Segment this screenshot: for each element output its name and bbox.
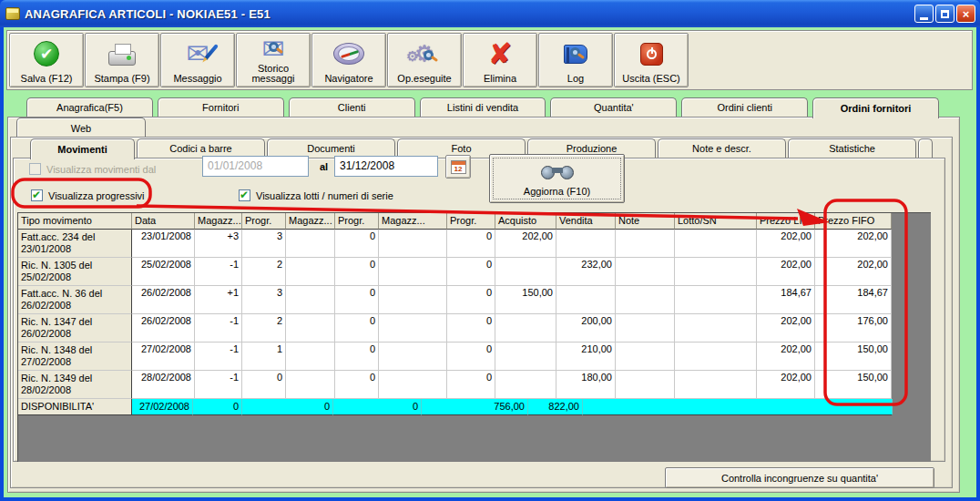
table-cell: -1: [195, 371, 242, 399]
column-header-magazz[interactable]: Magazz...: [286, 213, 335, 230]
operations-gear-icon: ⚙⚙: [388, 34, 461, 74]
table-cell: 0: [447, 286, 495, 314]
tab-ordini-fornitori[interactable]: Ordini fornitori: [812, 97, 939, 118]
tab-quantita[interactable]: Quantita': [550, 97, 677, 117]
calendar-button[interactable]: 12: [445, 155, 471, 179]
table-cell: 150,00: [495, 286, 556, 314]
tab-movimenti[interactable]: Movimenti: [30, 138, 135, 159]
toolbar-button-operations-gear[interactable]: ⚙⚙Op.eseguite: [387, 33, 462, 87]
tab-documenti[interactable]: Documenti: [267, 138, 395, 158]
show-movements-checkbox: [29, 163, 41, 175]
show-movements-label: Visualizza movimenti dal: [46, 164, 156, 175]
show-lots-checkbox[interactable]: [239, 189, 250, 201]
show-progressives-checkbox[interactable]: [31, 189, 43, 201]
refresh-button[interactable]: Aggiorna (F10): [489, 154, 625, 203]
column-header-vendita[interactable]: Vendita: [556, 213, 616, 230]
table-cell: [286, 258, 335, 286]
table-cell: 3: [242, 230, 286, 258]
toolbar-button-navigator-compass[interactable]: Navigatore: [311, 33, 386, 87]
column-header-prezzo-fifo[interactable]: Prezzo FIFO: [815, 213, 892, 230]
movement-type-cell: Fatt.acc. N. 36 del 26/02/2008: [18, 286, 132, 314]
toolbar-button-printer[interactable]: Stampa (F9): [85, 33, 159, 87]
table-cell: 202,00: [757, 230, 815, 258]
table-cell: 25/02/2008: [132, 258, 195, 286]
availability-cell: 0: [333, 399, 422, 415]
table-cell: [286, 314, 335, 343]
toolbar-button-save-check[interactable]: ✔Salva (F12): [9, 33, 84, 87]
toolbar-button-log-book[interactable]: Log: [538, 33, 613, 87]
table-cell: 23/01/2008: [132, 230, 195, 258]
tab-codici-a-barre[interactable]: Codici a barre: [137, 138, 265, 158]
movement-row[interactable]: Ric. N. 1349 del 28/02/200828/02/2008-10…: [18, 371, 893, 399]
availability-cell: 0: [242, 399, 333, 415]
movement-row[interactable]: Fatt.acc. N. 36 del 26/02/200826/02/2008…: [18, 286, 893, 314]
movement-type-cell: Ric. N. 1348 del 27/02/2008: [18, 343, 132, 371]
maximize-button[interactable]: [935, 5, 954, 23]
table-cell: [379, 230, 447, 258]
availability-cell: 27/02/2008: [132, 399, 193, 415]
tab-anagrafica-f5[interactable]: Anagrafica(F5): [26, 97, 153, 117]
tab-listini-di-vendita[interactable]: Listini di vendita: [420, 97, 546, 117]
date-to-field[interactable]: 31/12/2008: [334, 156, 438, 177]
table-cell: +3: [195, 230, 242, 258]
column-header-progr[interactable]: Progr.: [335, 213, 379, 230]
table-cell: [675, 371, 757, 399]
tab-web[interactable]: Web: [16, 118, 146, 138]
tab-row-sections: Anagrafica(F5)FornitoriClientiListini di…: [26, 97, 939, 117]
toolbar-button-message-history[interactable]: ✉Storico messaggi: [236, 33, 311, 87]
tab-note-e-descr[interactable]: Note e descr.: [658, 138, 786, 158]
movement-row[interactable]: Fatt.acc. 234 del 23/01/200823/01/2008+3…: [18, 230, 893, 258]
column-header-lotto-sn[interactable]: Lotto/SN: [675, 213, 757, 230]
toolbar-button-delete-x[interactable]: ✘Elimina: [463, 33, 537, 87]
column-header-note[interactable]: Note: [616, 213, 675, 230]
table-cell: [675, 258, 757, 286]
table-header-row: Tipo movimentoDataMagazz...Progr.Magazz.…: [18, 213, 893, 230]
movement-type-cell: Fatt.acc. 234 del 23/01/2008: [18, 230, 132, 258]
table-cell: 0: [335, 230, 379, 258]
table-cell: [616, 258, 675, 286]
table-cell: 2: [242, 314, 286, 343]
toolbar-button-label: Navigatore: [324, 74, 373, 87]
table-cell: 176,00: [815, 314, 892, 343]
tab-clienti[interactable]: Clienti: [289, 97, 415, 117]
navigator-compass-icon: [312, 34, 385, 74]
title-bar[interactable]: ANAGRAFICA ARTICOLI - NOKIAE51 - E51 ×: [0, 0, 980, 27]
table-cell: 150,00: [815, 371, 892, 399]
close-button[interactable]: ×: [956, 5, 975, 23]
column-header-progr[interactable]: Progr.: [447, 213, 495, 230]
table-cell: [379, 258, 447, 286]
column-header-prezzo-lifo[interactable]: Prezzo LIFO: [757, 213, 815, 230]
column-header-magazz[interactable]: Magazz...: [195, 213, 242, 230]
window-title: ANAGRAFICA ARTICOLI - NOKIAE51 - E51: [25, 7, 271, 21]
toolbar-button-exit-power[interactable]: Uscita (ESC): [614, 33, 689, 87]
toolbar-button-message-envelope[interactable]: ✉Messaggio: [160, 33, 235, 87]
table-cell: 2: [242, 258, 286, 286]
table-cell: 202,00: [815, 230, 892, 258]
column-header-progr[interactable]: Progr.: [242, 213, 286, 230]
column-header-data[interactable]: Data: [132, 213, 195, 230]
table-cell: 0: [335, 314, 379, 343]
tab-statistiche[interactable]: Statistiche: [788, 138, 916, 158]
table-cell: 202,00: [495, 230, 556, 258]
show-lots-label: Visualizza lotti / numeri di serie: [256, 190, 393, 201]
availability-row: DISPONIBILITA'27/02/2008000756,00822,00: [18, 399, 893, 415]
minimize-button[interactable]: [914, 5, 934, 23]
date-from-field: 01/01/2008: [202, 156, 309, 177]
availability-label: DISPONIBILITA': [18, 399, 132, 415]
column-header-tipo-movimento[interactable]: Tipo movimento: [18, 213, 132, 230]
toolbar-button-label: Salva (F12): [21, 74, 73, 87]
table-cell: [286, 230, 335, 258]
table-cell: -1: [195, 258, 242, 286]
check-inconsistencies-button[interactable]: Controlla incongruenze su quantita': [665, 467, 934, 488]
column-header-magazz[interactable]: Magazz...: [379, 213, 447, 230]
save-check-icon: ✔: [10, 34, 83, 74]
movement-row[interactable]: Ric. N. 1348 del 27/02/200827/02/2008-11…: [18, 343, 893, 371]
tab-ordini-clienti[interactable]: Ordini clienti: [681, 97, 808, 117]
tab-fornitori[interactable]: Fornitori: [158, 97, 284, 117]
column-header-acquisto[interactable]: Acquisto: [495, 213, 556, 230]
table-cell: [616, 230, 675, 258]
movement-row[interactable]: Ric. N. 1305 del 25/02/200825/02/2008-12…: [18, 258, 893, 286]
movement-row[interactable]: Ric. N. 1347 del 26/02/200826/02/2008-12…: [18, 314, 893, 343]
table-cell: 0: [335, 258, 379, 286]
tab-row-detail: MovimentiCodici a barreDocumentiFotoProd…: [30, 138, 933, 158]
